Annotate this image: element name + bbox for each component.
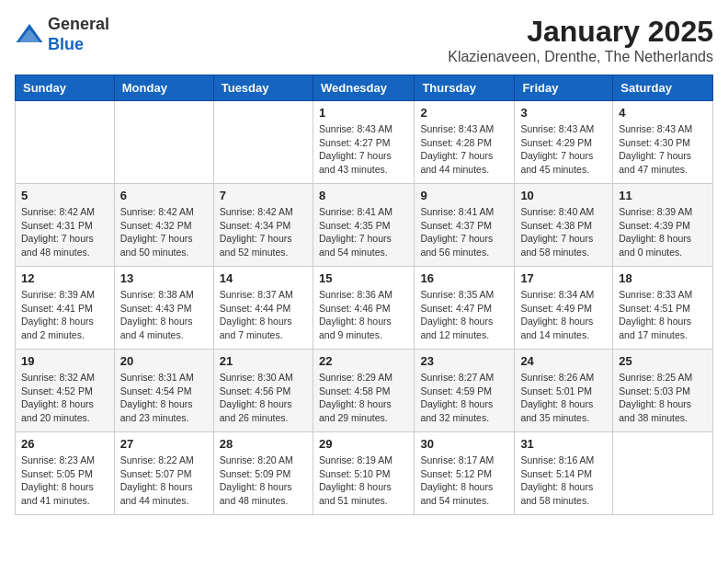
day-info: Sunrise: 8:33 AM Sunset: 4:51 PM Dayligh… bbox=[619, 288, 707, 342]
day-info: Sunrise: 8:16 AM Sunset: 5:14 PM Dayligh… bbox=[520, 454, 607, 508]
logo: General Blue bbox=[15, 15, 109, 54]
calendar-day-cell: 29Sunrise: 8:19 AM Sunset: 5:10 PM Dayli… bbox=[313, 432, 414, 515]
day-number: 10 bbox=[520, 189, 607, 202]
day-info: Sunrise: 8:34 AM Sunset: 4:49 PM Dayligh… bbox=[520, 288, 607, 342]
calendar-day-cell: 14Sunrise: 8:37 AM Sunset: 4:44 PM Dayli… bbox=[213, 267, 313, 350]
day-number: 1 bbox=[319, 106, 408, 120]
page-title: January 2025 bbox=[448, 15, 713, 49]
day-info: Sunrise: 8:42 AM Sunset: 4:34 PM Dayligh… bbox=[220, 205, 307, 259]
calendar-day-cell: 6Sunrise: 8:42 AM Sunset: 4:32 PM Daylig… bbox=[114, 184, 213, 267]
calendar-day-header: Thursday bbox=[415, 75, 515, 101]
day-info: Sunrise: 8:27 AM Sunset: 4:59 PM Dayligh… bbox=[420, 371, 508, 425]
day-info: Sunrise: 8:42 AM Sunset: 4:32 PM Dayligh… bbox=[120, 205, 208, 259]
calendar-day-cell: 13Sunrise: 8:38 AM Sunset: 4:43 PM Dayli… bbox=[114, 267, 213, 350]
day-number: 14 bbox=[220, 271, 307, 285]
calendar-day-header: Wednesday bbox=[313, 75, 414, 101]
calendar-week-row: 19Sunrise: 8:32 AM Sunset: 4:52 PM Dayli… bbox=[16, 350, 713, 432]
day-info: Sunrise: 8:38 AM Sunset: 4:43 PM Dayligh… bbox=[120, 288, 208, 342]
day-number: 12 bbox=[21, 271, 108, 285]
calendar-day-cell: 8Sunrise: 8:41 AM Sunset: 4:35 PM Daylig… bbox=[313, 184, 414, 267]
logo-icon bbox=[15, 20, 44, 50]
calendar-day-cell: 11Sunrise: 8:39 AM Sunset: 4:39 PM Dayli… bbox=[613, 184, 713, 267]
calendar-day-cell: 30Sunrise: 8:17 AM Sunset: 5:12 PM Dayli… bbox=[415, 432, 515, 515]
calendar-day-cell: 17Sunrise: 8:34 AM Sunset: 4:49 PM Dayli… bbox=[515, 267, 613, 350]
calendar-day-cell: 28Sunrise: 8:20 AM Sunset: 5:09 PM Dayli… bbox=[213, 432, 313, 515]
calendar-day-cell: 1Sunrise: 8:43 AM Sunset: 4:27 PM Daylig… bbox=[313, 101, 414, 184]
day-info: Sunrise: 8:39 AM Sunset: 4:39 PM Dayligh… bbox=[619, 205, 707, 259]
calendar-day-cell bbox=[16, 101, 115, 184]
day-number: 6 bbox=[120, 189, 208, 202]
day-number: 2 bbox=[420, 106, 508, 120]
calendar-day-cell: 2Sunrise: 8:43 AM Sunset: 4:28 PM Daylig… bbox=[415, 101, 515, 184]
calendar-day-header: Tuesday bbox=[213, 75, 313, 101]
calendar-day-cell: 21Sunrise: 8:30 AM Sunset: 4:56 PM Dayli… bbox=[213, 350, 313, 432]
calendar-day-cell: 19Sunrise: 8:32 AM Sunset: 4:52 PM Dayli… bbox=[16, 350, 115, 432]
day-info: Sunrise: 8:31 AM Sunset: 4:54 PM Dayligh… bbox=[120, 371, 208, 425]
calendar-day-cell: 18Sunrise: 8:33 AM Sunset: 4:51 PM Dayli… bbox=[613, 267, 713, 350]
day-number: 21 bbox=[220, 354, 307, 368]
day-info: Sunrise: 8:36 AM Sunset: 4:46 PM Dayligh… bbox=[319, 288, 408, 342]
day-number: 5 bbox=[21, 189, 108, 202]
page-header: General Blue January 2025 Klazienaveen, … bbox=[15, 15, 713, 65]
day-info: Sunrise: 8:29 AM Sunset: 4:58 PM Dayligh… bbox=[319, 371, 408, 425]
calendar-week-row: 5Sunrise: 8:42 AM Sunset: 4:31 PM Daylig… bbox=[16, 184, 713, 267]
day-number: 18 bbox=[619, 271, 707, 285]
calendar-day-cell: 22Sunrise: 8:29 AM Sunset: 4:58 PM Dayli… bbox=[313, 350, 414, 432]
day-number: 13 bbox=[120, 271, 208, 285]
day-number: 23 bbox=[420, 354, 508, 368]
title-block: January 2025 Klazienaveen, Drenthe, The … bbox=[448, 15, 713, 65]
calendar-day-cell bbox=[613, 432, 713, 515]
day-number: 4 bbox=[619, 106, 707, 120]
day-number: 9 bbox=[420, 189, 508, 202]
calendar-day-cell: 23Sunrise: 8:27 AM Sunset: 4:59 PM Dayli… bbox=[415, 350, 515, 432]
logo-blue: Blue bbox=[48, 35, 84, 53]
logo-general: General bbox=[48, 15, 109, 33]
calendar-day-header: Sunday bbox=[16, 75, 115, 101]
day-number: 16 bbox=[420, 271, 508, 285]
day-info: Sunrise: 8:19 AM Sunset: 5:10 PM Dayligh… bbox=[319, 454, 408, 508]
calendar-day-header: Saturday bbox=[613, 75, 713, 101]
day-info: Sunrise: 8:43 AM Sunset: 4:29 PM Dayligh… bbox=[520, 122, 607, 177]
calendar-day-cell: 9Sunrise: 8:41 AM Sunset: 4:37 PM Daylig… bbox=[415, 184, 515, 267]
calendar-day-cell: 12Sunrise: 8:39 AM Sunset: 4:41 PM Dayli… bbox=[16, 267, 115, 350]
day-number: 26 bbox=[21, 437, 108, 451]
day-number: 19 bbox=[21, 354, 108, 368]
day-number: 30 bbox=[420, 437, 508, 451]
calendar-day-cell: 27Sunrise: 8:22 AM Sunset: 5:07 PM Dayli… bbox=[114, 432, 213, 515]
day-info: Sunrise: 8:30 AM Sunset: 4:56 PM Dayligh… bbox=[220, 371, 307, 425]
calendar-week-row: 1Sunrise: 8:43 AM Sunset: 4:27 PM Daylig… bbox=[16, 101, 713, 184]
day-info: Sunrise: 8:22 AM Sunset: 5:07 PM Dayligh… bbox=[120, 454, 208, 508]
calendar-day-cell: 3Sunrise: 8:43 AM Sunset: 4:29 PM Daylig… bbox=[515, 101, 613, 184]
day-number: 11 bbox=[619, 189, 707, 202]
day-number: 20 bbox=[120, 354, 208, 368]
day-info: Sunrise: 8:35 AM Sunset: 4:47 PM Dayligh… bbox=[420, 288, 508, 342]
day-info: Sunrise: 8:32 AM Sunset: 4:52 PM Dayligh… bbox=[21, 371, 108, 425]
day-number: 25 bbox=[619, 354, 707, 368]
calendar-day-cell: 5Sunrise: 8:42 AM Sunset: 4:31 PM Daylig… bbox=[16, 184, 115, 267]
day-info: Sunrise: 8:26 AM Sunset: 5:01 PM Dayligh… bbox=[520, 371, 607, 425]
day-number: 3 bbox=[520, 106, 607, 120]
day-number: 29 bbox=[319, 437, 408, 451]
calendar-day-header: Monday bbox=[114, 75, 213, 101]
day-info: Sunrise: 8:23 AM Sunset: 5:05 PM Dayligh… bbox=[21, 454, 108, 508]
day-info: Sunrise: 8:37 AM Sunset: 4:44 PM Dayligh… bbox=[220, 288, 307, 342]
day-number: 7 bbox=[220, 189, 307, 202]
calendar-day-cell: 31Sunrise: 8:16 AM Sunset: 5:14 PM Dayli… bbox=[515, 432, 613, 515]
day-info: Sunrise: 8:40 AM Sunset: 4:38 PM Dayligh… bbox=[520, 205, 607, 259]
day-info: Sunrise: 8:39 AM Sunset: 4:41 PM Dayligh… bbox=[21, 288, 108, 342]
logo-text: General Blue bbox=[48, 15, 109, 54]
day-info: Sunrise: 8:41 AM Sunset: 4:35 PM Dayligh… bbox=[319, 205, 408, 259]
day-number: 31 bbox=[520, 437, 607, 451]
day-number: 15 bbox=[319, 271, 408, 285]
calendar-day-header: Friday bbox=[515, 75, 613, 101]
calendar-day-cell: 10Sunrise: 8:40 AM Sunset: 4:38 PM Dayli… bbox=[515, 184, 613, 267]
day-info: Sunrise: 8:20 AM Sunset: 5:09 PM Dayligh… bbox=[220, 454, 307, 508]
day-info: Sunrise: 8:43 AM Sunset: 4:28 PM Dayligh… bbox=[420, 122, 508, 177]
calendar-day-cell: 16Sunrise: 8:35 AM Sunset: 4:47 PM Dayli… bbox=[415, 267, 515, 350]
calendar-day-cell bbox=[114, 101, 213, 184]
day-number: 8 bbox=[319, 189, 408, 202]
calendar-table: SundayMondayTuesdayWednesdayThursdayFrid… bbox=[15, 75, 713, 515]
day-number: 17 bbox=[520, 271, 607, 285]
calendar-day-cell bbox=[213, 101, 313, 184]
calendar-day-cell: 7Sunrise: 8:42 AM Sunset: 4:34 PM Daylig… bbox=[213, 184, 313, 267]
